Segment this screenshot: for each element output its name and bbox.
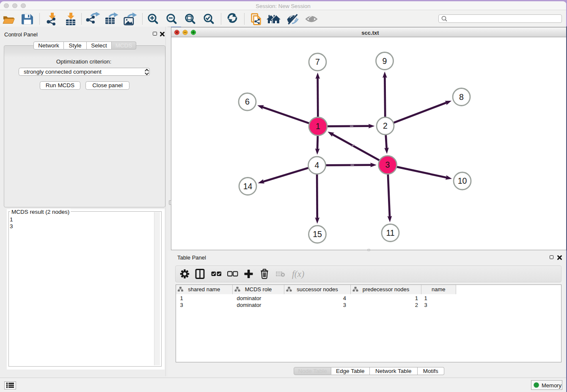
svg-text:3: 3	[385, 160, 390, 169]
svg-text:4: 4	[314, 160, 319, 170]
svg-text:8: 8	[459, 92, 464, 101]
svg-text:6: 6	[245, 97, 250, 106]
svg-text:11: 11	[386, 228, 394, 237]
svg-text:15: 15	[313, 229, 322, 239]
svg-text:10: 10	[457, 176, 467, 185]
svg-text:9: 9	[382, 56, 387, 65]
svg-text:f(x): f(x)	[292, 269, 304, 279]
svg-text:2: 2	[383, 121, 388, 130]
svg-text:7: 7	[315, 57, 320, 66]
svg-text:14: 14	[243, 181, 252, 190]
svg-text:1: 1	[316, 121, 320, 131]
